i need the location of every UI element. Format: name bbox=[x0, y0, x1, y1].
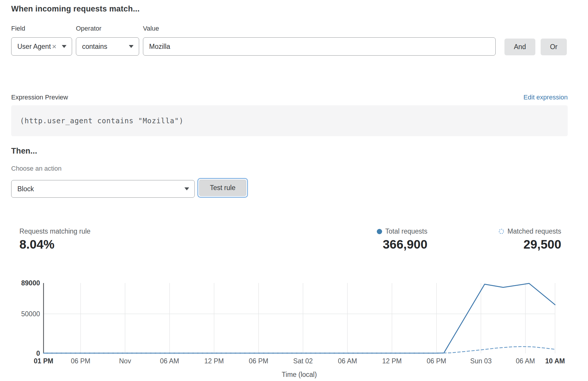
firewall-rule-editor: When incoming requests match... Field Op… bbox=[0, 0, 588, 381]
action-select[interactable]: Block bbox=[11, 180, 195, 198]
test-rule-focus-ring: Test rule bbox=[197, 178, 248, 198]
svg-text:06 PM: 06 PM bbox=[71, 357, 90, 365]
choose-action-label: Choose an action bbox=[11, 165, 61, 172]
svg-text:Nov: Nov bbox=[119, 357, 131, 365]
value-label: Value bbox=[143, 25, 159, 32]
total-requests-dot-icon bbox=[377, 229, 382, 234]
matched-requests-dashed-circle-icon bbox=[499, 229, 504, 234]
total-requests-stat: Total requests 366,900 bbox=[377, 227, 427, 252]
svg-text:06 AM: 06 AM bbox=[338, 357, 357, 365]
matched-requests-stat: Matched requests 29,500 bbox=[499, 227, 561, 252]
value-input[interactable] bbox=[143, 37, 496, 56]
requests-matching-label: Requests matching rule bbox=[19, 227, 91, 235]
requests-matching-value: 8.04% bbox=[19, 237, 91, 252]
field-select-value: User Agent bbox=[17, 43, 52, 51]
svg-text:Sat 02: Sat 02 bbox=[293, 357, 313, 365]
edit-expression-link[interactable]: Edit expression bbox=[524, 94, 568, 101]
svg-text:06 AM: 06 AM bbox=[160, 357, 179, 365]
expression-code: (http.user_agent contains "Mozilla") bbox=[20, 117, 184, 125]
field-select[interactable]: User Agent × bbox=[11, 37, 72, 56]
operator-select-value: contains bbox=[82, 43, 129, 51]
svg-text:12 PM: 12 PM bbox=[204, 357, 224, 365]
svg-text:01 PM: 01 PM bbox=[34, 357, 53, 365]
svg-text:Time (local): Time (local) bbox=[282, 371, 317, 378]
then-heading: Then... bbox=[11, 147, 37, 156]
chevron-down-icon bbox=[184, 187, 189, 190]
svg-text:89000: 89000 bbox=[21, 279, 40, 287]
svg-text:06 AM: 06 AM bbox=[516, 357, 535, 365]
action-select-value: Block bbox=[17, 185, 184, 193]
matched-requests-value: 29,500 bbox=[499, 237, 561, 252]
requests-line-chart: 0500008900001 PM06 PMNov06 AM12 PM06 PMS… bbox=[11, 278, 577, 381]
svg-text:Sun 03: Sun 03 bbox=[470, 357, 492, 365]
test-rule-button[interactable]: Test rule bbox=[199, 180, 246, 196]
total-requests-value: 366,900 bbox=[377, 237, 427, 252]
chevron-down-icon bbox=[129, 45, 134, 48]
svg-text:06 PM: 06 PM bbox=[249, 357, 268, 365]
expression-preview-label: Expression Preview bbox=[11, 94, 68, 101]
requests-matching-stat: Requests matching rule 8.04% bbox=[19, 227, 91, 252]
total-requests-label: Total requests bbox=[385, 227, 427, 235]
clear-icon[interactable]: × bbox=[52, 43, 56, 50]
operator-select[interactable]: contains bbox=[76, 37, 139, 56]
svg-text:50000: 50000 bbox=[21, 310, 40, 318]
page-title: When incoming requests match... bbox=[11, 4, 140, 14]
field-label: Field bbox=[11, 25, 25, 32]
matched-requests-label: Matched requests bbox=[507, 227, 561, 235]
svg-text:12 PM: 12 PM bbox=[382, 357, 402, 365]
or-button[interactable]: Or bbox=[541, 39, 567, 55]
svg-text:10 AM: 10 AM bbox=[545, 357, 565, 365]
expression-preview-box: (http.user_agent contains "Mozilla") bbox=[11, 105, 568, 136]
and-button[interactable]: And bbox=[504, 39, 535, 55]
chevron-down-icon bbox=[62, 45, 66, 48]
operator-label: Operator bbox=[76, 25, 101, 32]
svg-text:06 PM: 06 PM bbox=[427, 357, 446, 365]
svg-text:0: 0 bbox=[36, 350, 40, 357]
